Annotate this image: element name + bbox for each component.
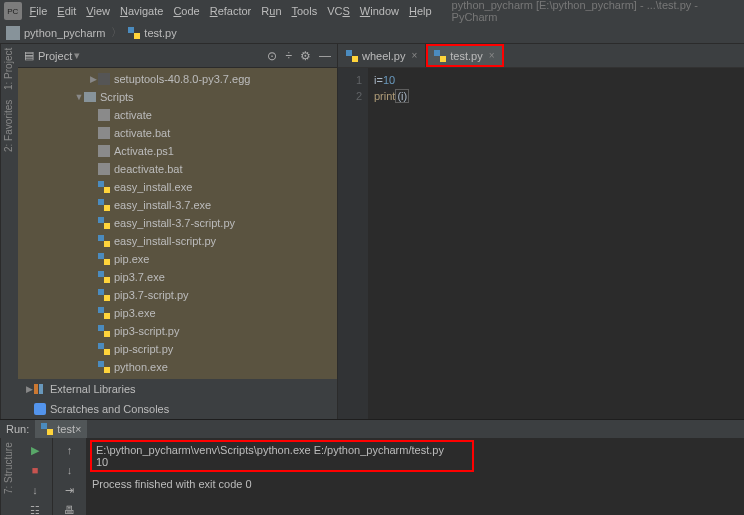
tree-node[interactable]: pip3.7.exe <box>18 268 337 286</box>
scratches-consoles[interactable]: Scratches and Consoles <box>18 399 337 419</box>
editor: wheel.py×test.py× 12 i=10 print(i) <box>338 44 744 419</box>
left-tool-strip-bottom: 7: Structure <box>0 438 18 515</box>
left-tool-strip: 2: Favorites 1: Project <box>0 44 18 419</box>
layout-button[interactable]: ☷ <box>27 502 43 515</box>
python-icon <box>128 27 140 39</box>
tree-node[interactable]: deactivate.bat <box>18 160 337 178</box>
console-output[interactable]: E:\python_pycharm\venv\Scripts\python.ex… <box>86 438 744 515</box>
tree-node-label: Activate.ps1 <box>114 145 174 157</box>
run-panel-header: Run: test × <box>0 420 744 438</box>
menu-edit[interactable]: Edit <box>57 5 76 17</box>
locate-icon[interactable]: ⊙ <box>267 49 277 63</box>
python-icon <box>98 289 110 301</box>
tree-node[interactable]: pip3-script.py <box>18 322 337 340</box>
python-icon <box>98 235 110 247</box>
project-panel-header: ▤ Project ▾ ⊙ ÷ ⚙ — <box>18 44 337 68</box>
tree-node[interactable]: pip3.exe <box>18 304 337 322</box>
external-libraries[interactable]: External Libraries <box>18 379 337 399</box>
editor-tab[interactable]: wheel.py× <box>338 44 426 67</box>
menu-vcs[interactable]: VCS <box>327 5 350 17</box>
project-panel-title[interactable]: ▤ Project ▾ <box>24 49 80 62</box>
run-tab[interactable]: test × <box>35 420 87 438</box>
python-icon <box>98 361 110 373</box>
close-icon[interactable]: × <box>75 423 81 435</box>
menu-window[interactable]: Window <box>360 5 399 17</box>
menu-help[interactable]: Help <box>409 5 432 17</box>
close-icon[interactable]: × <box>489 50 495 61</box>
hide-icon[interactable]: — <box>319 49 331 63</box>
python-icon <box>98 217 110 229</box>
tree-node[interactable]: pip-script.py <box>18 340 337 358</box>
python-icon <box>434 50 446 62</box>
line-gutter: 12 <box>338 68 368 419</box>
editor-tab[interactable]: test.py× <box>426 44 503 67</box>
console-highlight: E:\python_pycharm\venv\Scripts\python.ex… <box>92 442 472 470</box>
tree-node[interactable]: easy_install-script.py <box>18 232 337 250</box>
console-exit: Process finished with exit code 0 <box>92 478 738 490</box>
tree-node-label: deactivate.bat <box>114 163 183 175</box>
menu-refactor[interactable]: Refactor <box>210 5 252 17</box>
collapse-icon[interactable]: ÷ <box>285 49 292 63</box>
tool-favorites[interactable]: 2: Favorites <box>3 100 16 152</box>
tree-node[interactable]: Activate.ps1 <box>18 142 337 160</box>
tree-node[interactable]: activate <box>18 106 337 124</box>
tree-node-label: pip3.exe <box>114 307 156 319</box>
run-label: Run: <box>6 423 29 435</box>
file-icon <box>98 73 110 85</box>
up-button[interactable]: ↑ <box>62 442 78 458</box>
python-icon <box>98 307 110 319</box>
python-icon <box>98 199 110 211</box>
file-icon <box>98 127 110 139</box>
menu-run[interactable]: Run <box>261 5 281 17</box>
menu-file[interactable]: File <box>30 5 48 17</box>
tree-node-label: pip-script.py <box>114 343 173 355</box>
tree-node[interactable]: setuptools-40.8.0-py3.7.egg <box>18 70 337 88</box>
scratch-icon <box>34 403 46 415</box>
rerun-button[interactable]: ▶ <box>27 442 43 458</box>
tree-node[interactable]: pip.exe <box>18 250 337 268</box>
python-icon <box>98 343 110 355</box>
tree-node-label: easy_install.exe <box>114 181 192 193</box>
pycharm-logo: PC <box>4 2 22 20</box>
file-icon <box>98 109 110 121</box>
tree-node[interactable]: pip3.7-script.py <box>18 286 337 304</box>
breadcrumb: python_pycharm 〉 test.py <box>0 22 744 44</box>
gear-icon[interactable]: ⚙ <box>300 49 311 63</box>
library-icon <box>34 383 46 395</box>
tree-node-label: activate.bat <box>114 127 170 139</box>
close-icon[interactable]: × <box>411 50 417 61</box>
tree-node-label: setuptools-40.8.0-py3.7.egg <box>114 73 250 85</box>
tree-node[interactable]: Scripts <box>18 88 337 106</box>
python-icon <box>98 253 110 265</box>
console-stdout: 10 <box>96 456 468 468</box>
tree-node-label: easy_install-3.7-script.py <box>114 217 235 229</box>
python-icon <box>346 50 358 62</box>
menu-code[interactable]: Code <box>173 5 199 17</box>
code-area[interactable]: i=10 print(i) <box>368 68 744 419</box>
tree-node[interactable]: easy_install-3.7.exe <box>18 196 337 214</box>
chevron-down-icon: ▾ <box>74 49 80 62</box>
tree-node-label: Scripts <box>100 91 134 103</box>
down2-button[interactable]: ↓ <box>62 462 78 478</box>
tree-node[interactable]: easy_install.exe <box>18 178 337 196</box>
tool-project[interactable]: 1: Project <box>3 48 16 90</box>
run-toolbar: ▶ ■ ↓ ☷ <box>18 438 52 515</box>
main-area: 2: Favorites 1: Project ▤ Project ▾ ⊙ ÷ … <box>0 44 744 419</box>
menu-tools[interactable]: Tools <box>292 5 318 17</box>
down-button[interactable]: ↓ <box>27 482 43 498</box>
project-tree[interactable]: setuptools-40.8.0-py3.7.eggScriptsactiva… <box>18 68 337 379</box>
window-title: python_pycharm [E:\python_pycharm] - ...… <box>452 0 740 23</box>
breadcrumb-project[interactable]: python_pycharm <box>6 26 105 40</box>
tree-node-label: pip3.7-script.py <box>114 289 189 301</box>
tree-node[interactable]: python.exe <box>18 358 337 376</box>
stop-button[interactable]: ■ <box>27 462 43 478</box>
print-button[interactable]: 🖶 <box>62 502 78 515</box>
tree-node[interactable]: easy_install-3.7-script.py <box>18 214 337 232</box>
menu-view[interactable]: View <box>86 5 110 17</box>
breadcrumb-file[interactable]: test.py <box>128 27 176 39</box>
tree-node[interactable]: activate.bat <box>18 124 337 142</box>
tool-structure[interactable]: 7: Structure <box>3 442 16 494</box>
wrap-button[interactable]: ⇥ <box>62 482 78 498</box>
menu-navigate[interactable]: Navigate <box>120 5 163 17</box>
python-icon <box>41 423 53 435</box>
